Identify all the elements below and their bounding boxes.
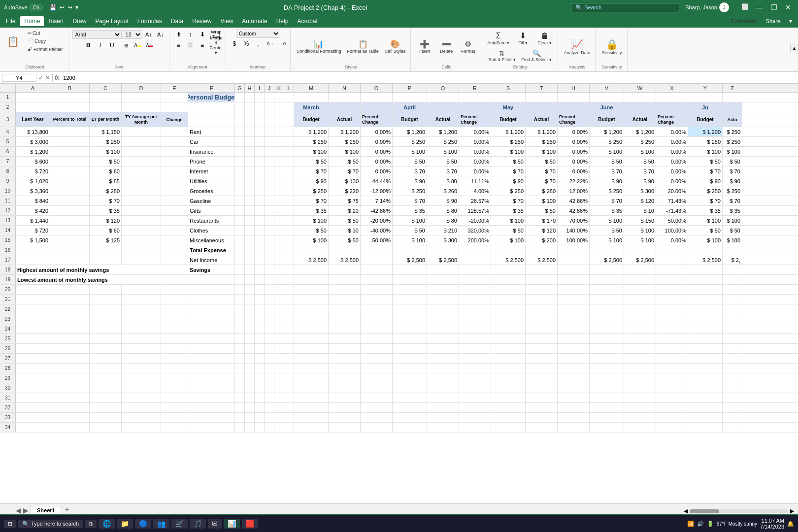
list-item[interactable]: -20.00% <box>459 216 491 225</box>
horizontal-scrollbar[interactable] <box>690 509 788 513</box>
list-item[interactable] <box>161 245 188 255</box>
list-item[interactable]: $ 250 <box>90 137 122 146</box>
fill-color-button[interactable]: A▬ <box>133 40 143 50</box>
list-item[interactable] <box>284 157 294 166</box>
list-item[interactable] <box>361 285 393 294</box>
list-item[interactable] <box>161 206 188 215</box>
list-item[interactable] <box>526 403 558 412</box>
list-item[interactable] <box>265 166 274 176</box>
list-item[interactable] <box>274 196 284 205</box>
list-item[interactable]: $ 100 <box>329 147 361 156</box>
list-item[interactable] <box>688 324 723 333</box>
list-item[interactable]: $ 70 <box>526 166 558 176</box>
list-item[interactable]: 42.86% <box>558 206 590 215</box>
align-middle-button[interactable]: ↕ <box>185 30 196 39</box>
list-item[interactable] <box>245 137 255 146</box>
col-header-g[interactable]: G <box>235 84 245 92</box>
cell-d2[interactable] <box>122 102 161 112</box>
list-item[interactable] <box>491 324 526 333</box>
list-item[interactable] <box>284 373 294 383</box>
list-item[interactable]: $ 300 <box>624 186 656 196</box>
list-item[interactable] <box>245 245 255 255</box>
list-item[interactable] <box>294 364 329 373</box>
row-num-4[interactable]: 4 <box>0 127 16 136</box>
list-item[interactable] <box>688 265 723 274</box>
list-item[interactable]: $ 50 <box>329 216 361 225</box>
battery-icon[interactable]: 🔋 <box>707 521 714 527</box>
increase-decimal-button[interactable]: .0→ <box>265 39 275 49</box>
list-item[interactable] <box>122 235 161 245</box>
list-item[interactable]: $ 1,150 <box>90 127 122 136</box>
list-item[interactable]: $ 3,000 <box>16 137 50 146</box>
menu-help[interactable]: Help <box>272 16 293 26</box>
list-item[interactable] <box>50 344 90 353</box>
list-item[interactable] <box>723 245 742 255</box>
cell-p1[interactable] <box>393 93 427 102</box>
sensitivity-button[interactable]: 🔒 Sensitivity <box>599 37 624 57</box>
list-item[interactable] <box>274 245 284 255</box>
teams-button[interactable]: 👥 <box>153 519 169 529</box>
cell-k1[interactable] <box>274 93 284 102</box>
list-item[interactable] <box>393 423 427 432</box>
list-item[interactable] <box>624 364 656 373</box>
list-item[interactable] <box>294 275 329 284</box>
cell-p2[interactable]: April <box>393 102 427 112</box>
cell-g2[interactable] <box>235 102 245 112</box>
list-item[interactable]: 0.00% <box>656 166 688 176</box>
list-item[interactable] <box>16 324 50 333</box>
list-item[interactable] <box>265 334 274 343</box>
list-item[interactable]: $ 50 <box>590 226 624 235</box>
excel-taskbar-button[interactable]: 📊 <box>224 519 240 529</box>
paste-button[interactable]: 📋 <box>5 34 25 49</box>
list-item[interactable] <box>255 176 265 186</box>
list-item[interactable]: $ 50 <box>723 226 742 235</box>
list-item[interactable] <box>235 354 245 363</box>
list-item[interactable] <box>255 383 265 393</box>
list-item[interactable] <box>656 334 688 343</box>
list-item[interactable]: Total Expense <box>188 245 235 255</box>
list-item[interactable] <box>393 413 427 422</box>
list-item[interactable] <box>90 295 122 304</box>
list-item[interactable] <box>294 304 329 314</box>
cut-button[interactable]: ✂ Cut <box>26 30 65 37</box>
list-item[interactable] <box>255 196 265 205</box>
list-item[interactable] <box>274 324 284 333</box>
menu-page-layout[interactable]: Page Layout <box>91 16 132 26</box>
list-item[interactable] <box>723 383 742 393</box>
list-item[interactable] <box>255 304 265 314</box>
cell-t1[interactable] <box>526 93 558 102</box>
list-item[interactable] <box>624 334 656 343</box>
list-item[interactable]: $ 420 <box>16 206 50 215</box>
list-item[interactable] <box>255 206 265 215</box>
list-item[interactable] <box>284 166 294 176</box>
list-item[interactable]: $ 250 <box>294 137 329 146</box>
list-item[interactable]: $ 50 <box>526 157 558 166</box>
list-item[interactable] <box>526 324 558 333</box>
list-item[interactable]: Highest amount of monthly savings <box>16 265 188 274</box>
list-item[interactable]: $ 100 <box>294 235 329 245</box>
list-item[interactable] <box>265 255 274 265</box>
list-item[interactable] <box>723 334 742 343</box>
list-item[interactable]: $ 70 <box>427 166 459 176</box>
list-item[interactable] <box>265 383 274 393</box>
row-num-10[interactable]: 10 <box>0 186 16 196</box>
col-header-r[interactable]: R <box>459 84 491 92</box>
list-item[interactable] <box>723 285 742 294</box>
border-button[interactable]: ⊞ <box>121 40 132 50</box>
align-bottom-button[interactable]: ⬇ <box>197 30 208 39</box>
list-item[interactable]: $ 250 <box>723 186 742 196</box>
conditional-formatting-button[interactable]: 📊 Conditional Formatting <box>295 38 343 55</box>
list-item[interactable]: $ 50 <box>393 157 427 166</box>
row-num-31[interactable]: 31 <box>0 393 16 402</box>
list-item[interactable] <box>161 383 188 393</box>
list-item[interactable] <box>122 364 161 373</box>
decrease-decimal-button[interactable]: ←.0 <box>276 39 287 49</box>
list-item[interactable] <box>122 147 161 156</box>
list-item[interactable] <box>90 314 122 324</box>
list-item[interactable] <box>245 383 255 393</box>
list-item[interactable]: $ 1,200 <box>393 127 427 136</box>
list-item[interactable] <box>265 216 274 225</box>
list-item[interactable] <box>235 226 245 235</box>
col-header-z[interactable]: Z <box>723 84 742 92</box>
list-item[interactable] <box>393 364 427 373</box>
